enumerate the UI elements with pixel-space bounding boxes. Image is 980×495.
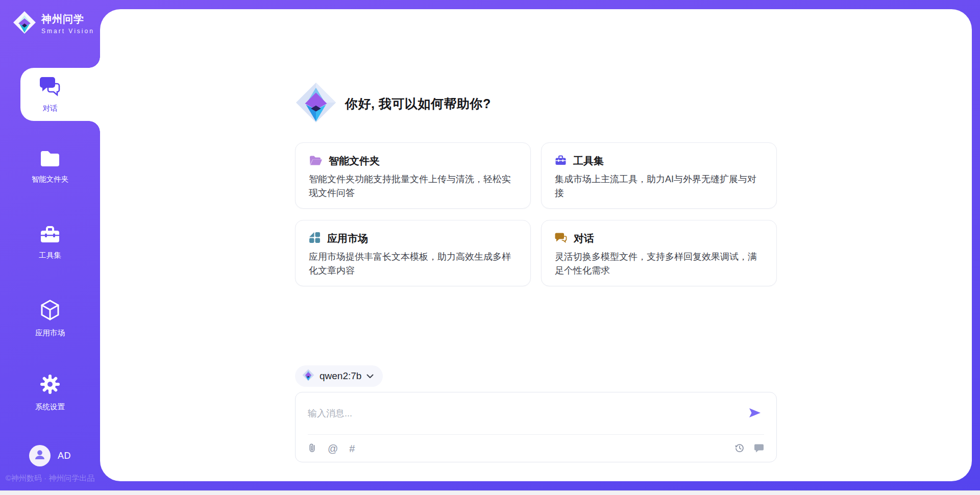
main-content: 你好, 我可以如何帮助你? 智能文件夹 智能文件夹功能支持批量文件上传与清洗，轻… <box>295 82 777 286</box>
hash-icon[interactable]: # <box>349 443 355 454</box>
greeting: 你好, 我可以如何帮助你? <box>295 82 777 126</box>
sidebar: 神州问学 Smart Vision 对话 智能文件夹 <box>0 0 100 495</box>
sidebar-item-smart-folder[interactable]: 智能文件夹 <box>0 150 100 184</box>
sidebar-item-label: 工具集 <box>39 251 61 260</box>
comment-button[interactable] <box>754 443 764 454</box>
chat-bubbles-icon <box>39 76 61 99</box>
sidebar-item-label: 应用市场 <box>35 328 65 338</box>
sidebar-item-chat[interactable]: 对话 <box>0 76 100 113</box>
sidebar-item-toolset[interactable]: 工具集 <box>0 225 100 260</box>
card-description: 灵活切换多模型文件，支持多样回复效果调试，满足个性化需求 <box>555 250 763 278</box>
brand-name: 神州问学 <box>41 12 94 26</box>
app-window: 神州问学 Smart Vision 对话 智能文件夹 <box>0 0 980 495</box>
brand-subtitle: Smart Vision <box>41 28 94 35</box>
paperclip-icon <box>308 442 316 455</box>
history-button[interactable] <box>734 443 745 455</box>
feature-cards: 智能文件夹 智能文件夹功能支持批量文件上传与清洗，轻松实现文件问答 <box>295 142 777 286</box>
composer: @ # <box>295 392 777 462</box>
card-title: 智能文件夹 <box>329 154 380 168</box>
card-description: 集成市场上主流工具，助力AI与外界无缝扩展与对接 <box>555 172 763 200</box>
chevron-down-icon <box>366 372 374 381</box>
sidebar-item-label: 智能文件夹 <box>32 175 69 184</box>
comment-icon <box>754 443 764 454</box>
brand-diamond-icon <box>12 10 37 37</box>
history-icon <box>734 443 745 455</box>
avatar <box>29 445 51 466</box>
folder-open-icon <box>309 155 322 168</box>
sidebar-item-app-market[interactable]: 应用市场 <box>0 299 100 338</box>
model-name: qwen2:7b <box>320 370 361 382</box>
card-title: 对话 <box>574 232 594 245</box>
briefcase-icon <box>555 155 567 167</box>
person-icon <box>33 448 46 463</box>
card-title: 应用市场 <box>327 232 368 245</box>
card-smart-folder[interactable]: 智能文件夹 智能文件夹功能支持批量文件上传与清洗，轻松实现文件问答 <box>295 142 531 209</box>
send-button[interactable] <box>747 406 763 422</box>
message-input[interactable] <box>308 408 747 419</box>
model-selector[interactable]: qwen2:7b <box>295 365 383 387</box>
card-description: 智能文件夹功能支持批量文件上传与清洗，轻松实现文件问答 <box>309 172 517 200</box>
greeting-logo-icon <box>295 82 337 126</box>
sidebar-item-label: 系统设置 <box>35 402 65 412</box>
user-profile[interactable]: AD <box>0 445 100 466</box>
attach-file-button[interactable] <box>308 442 316 455</box>
brand: 神州问学 Smart Vision <box>12 10 94 37</box>
cube-icon <box>39 299 61 324</box>
diamond-logo-icon <box>302 369 314 383</box>
horizontal-scrollbar[interactable] <box>0 490 980 495</box>
sidebar-footer: ©神州数码 · 神州问学出品 <box>0 474 100 483</box>
sidebar-item-settings[interactable]: 系统设置 <box>0 373 100 412</box>
send-icon <box>749 408 761 419</box>
apps-grid-icon <box>309 232 321 245</box>
gear-icon <box>39 373 61 398</box>
sidebar-item-label: 对话 <box>43 104 58 113</box>
card-title: 工具集 <box>573 154 604 168</box>
mention-icon[interactable]: @ <box>328 443 338 454</box>
card-description: 应用市场提供丰富长文本模板，助力高效生成多样化文章内容 <box>309 250 517 278</box>
card-toolset[interactable]: 工具集 集成市场上主流工具，助力AI与外界无缝扩展与对接 <box>541 142 777 209</box>
card-app-market[interactable]: 应用市场 应用市场提供丰富长文本模板，助力高效生成多样化文章内容 <box>295 220 531 286</box>
greeting-title: 你好, 我可以如何帮助你? <box>345 95 491 112</box>
card-chat[interactable]: 对话 灵活切换多模型文件，支持多样回复效果调试，满足个性化需求 <box>541 220 777 286</box>
briefcase-icon <box>39 225 61 246</box>
folder-icon <box>39 150 61 170</box>
user-initials: AD <box>58 451 71 461</box>
main-panel: 你好, 我可以如何帮助你? 智能文件夹 智能文件夹功能支持批量文件上传与清洗，轻… <box>100 9 972 481</box>
chat-bubble-icon <box>555 232 567 245</box>
